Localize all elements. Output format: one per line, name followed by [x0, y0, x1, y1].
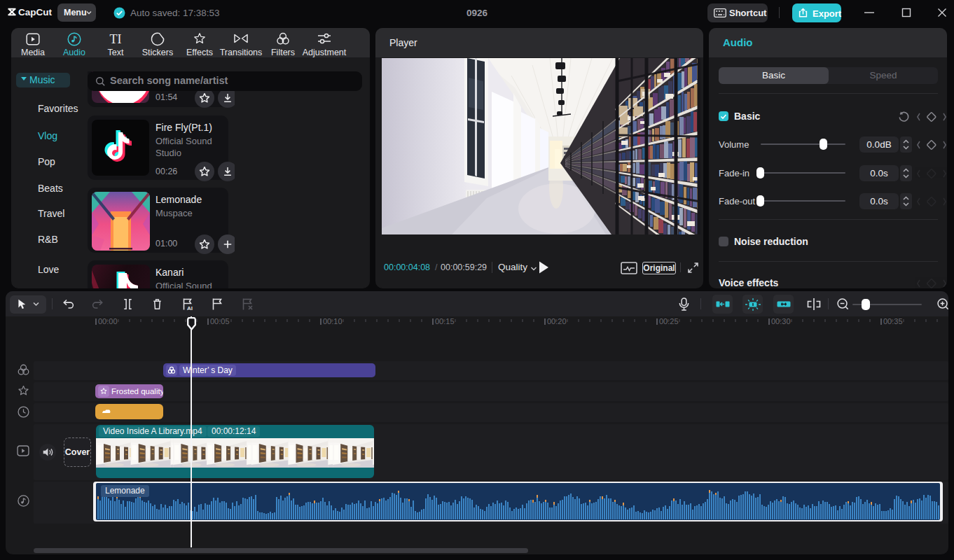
svg-text:TI: TI — [110, 32, 122, 46]
svg-text:AI: AI — [187, 305, 193, 312]
